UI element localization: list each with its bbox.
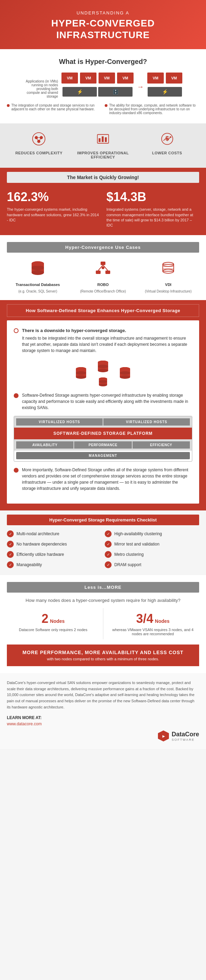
header-subtitle: UNDERSTANDING A xyxy=(7,10,199,16)
lower-costs-label: LOWER COSTS xyxy=(152,151,182,155)
logo-area: ▶ DataCore SOFTWARE xyxy=(157,730,199,742)
nodes-unit-1: Nodes xyxy=(50,618,65,624)
efficiency-icon xyxy=(96,132,110,148)
footer-url: www.datacore.com xyxy=(7,722,199,726)
sds-point1-desc: It needs to be integrated into the overa… xyxy=(22,336,187,353)
sds-point1-title: There is a downside to hyper-converged s… xyxy=(22,327,192,334)
benefits-row: REDUCES COMPLEXITY IMPROVES OPERATIONAL … xyxy=(7,132,199,159)
vm-box-6: VM xyxy=(166,73,182,84)
caption-text-1: The integration of compute and storage s… xyxy=(11,103,101,111)
svg-point-47 xyxy=(120,371,130,375)
checklist-item-0: ✓ Multi-nodal architecture xyxy=(7,530,101,537)
logo-name: DataCore xyxy=(172,731,199,738)
platform-feature-efficiency: EFFICIENCY xyxy=(133,441,190,449)
vm-box-5: VM xyxy=(147,73,164,84)
storage-center-icon xyxy=(95,359,111,374)
usecase-row: Transactional Databases (e.g. Oracle, SQ… xyxy=(7,259,199,293)
nodes-item-1: 2 Nodes Datacore Software only requires … xyxy=(7,608,100,640)
sds-banner: How Software-Defined Storage Enhances Hy… xyxy=(7,304,199,317)
market-stat-1-number: 162.3% xyxy=(7,190,100,204)
hw-block: ⚡ 🗄️ xyxy=(62,87,133,97)
sds-text-2: Software-Defined Storage augments hyper-… xyxy=(22,392,192,411)
svg-text:$: $ xyxy=(165,135,169,142)
market-stat-1: 162.3% The hyper-converged systems marke… xyxy=(7,190,100,228)
cta-sub: with two nodes compared to others with a… xyxy=(12,657,194,661)
less-section: Less is...MORE How many nodes does a hyp… xyxy=(0,575,206,673)
usecase-robo: ROBO (Remote Office/Branch Office) xyxy=(72,259,134,293)
platform-host-left: VIRTUALIZED HOSTS xyxy=(16,418,103,426)
cta-banner: MORE PERFORMANCE, MORE AVAILABILITY AND … xyxy=(7,644,199,666)
nodes-desc-2: whereas VMware VSAN requires 3 nodes, an… xyxy=(110,628,196,636)
platform-hosts-row: VIRTUALIZED HOSTS VIRTUALIZED HOSTS xyxy=(14,416,192,428)
storage-node-right xyxy=(117,365,133,380)
storage-node-left-icon xyxy=(73,365,89,380)
sds-text-1: There is a downside to hyper-converged s… xyxy=(22,327,192,354)
checklist-banner: Hyper-Converged Storage Requirements Che… xyxy=(7,515,199,525)
checklist-item-6: ✓ Manageability xyxy=(7,561,101,568)
check-icon-4: ✓ xyxy=(7,551,14,558)
nodes-desc-1: Datacore Software only requires 2 nodes xyxy=(10,628,96,632)
sds-point-3: More importantly, Software-Defined Stora… xyxy=(14,467,192,492)
svg-rect-18 xyxy=(101,262,105,265)
svg-rect-10 xyxy=(105,137,106,142)
svg-point-42 xyxy=(99,380,107,383)
vm-box-3: VM xyxy=(98,73,115,84)
check-icon-5: ✓ xyxy=(105,551,112,558)
checklist-item-7: ✓ DRAM support xyxy=(105,561,199,568)
usecase-vdi: VDI (Virtual Desktop Infrastructure) xyxy=(137,259,199,293)
checklist-item-2: ✓ No hardware dependencies xyxy=(7,541,101,547)
network-icon xyxy=(94,259,112,280)
checklist-label-1: High-availability clustering xyxy=(114,531,162,536)
checklist-label-5: Metro clustering xyxy=(114,552,144,557)
svg-point-31 xyxy=(76,375,86,379)
svg-rect-25 xyxy=(163,264,174,271)
reduces-complexity-label: REDUCES COMPLEXITY xyxy=(16,151,62,155)
storage-center xyxy=(95,359,111,387)
hw-compute: ⚡ xyxy=(62,87,97,97)
header-section: UNDERSTANDING A HYPER-CONVERGEDINFRASTRU… xyxy=(0,0,206,49)
sds-point-1: There is a downside to hyper-converged s… xyxy=(14,327,192,354)
checklist-grid: ✓ Multi-nodal architecture ✓ High-availa… xyxy=(7,530,199,568)
checklist-item-4: ✓ Efficiently utilize hardware xyxy=(7,551,101,558)
checklist-label-3: Mirror test and validation xyxy=(114,542,159,547)
costs-icon: $ xyxy=(160,132,174,148)
hw-block-right: ⚡ xyxy=(147,87,182,97)
sds-section: How Software-Defined Storage Enhances Hy… xyxy=(0,300,206,511)
sds-bullet-1 xyxy=(14,328,19,333)
platform-features-row: AVAILABILITY PERFORMANCE EFFICIENCY xyxy=(14,439,192,451)
check-icon-0: ✓ xyxy=(7,530,14,537)
check-icon-1: ✓ xyxy=(105,530,112,537)
svg-point-23 xyxy=(101,266,105,269)
footer-logo: ▶ DataCore SOFTWARE xyxy=(7,730,199,742)
hw-storage: 🗄️ xyxy=(98,87,133,97)
sds-bullet-3 xyxy=(14,468,19,473)
market-stat-2: $14.3B Integrated systems (server, stora… xyxy=(106,190,199,228)
market-stat-2-number: $14.3B xyxy=(106,190,199,204)
robo-sub: (Remote Office/Branch Office) xyxy=(80,290,126,293)
improves-efficiency-label: IMPROVES OPERATIONAL EFFICIENCY xyxy=(74,151,132,159)
vm-row-right: VM VM xyxy=(147,73,182,84)
check-icon-3: ✓ xyxy=(105,541,112,547)
svg-point-38 xyxy=(98,361,108,364)
hw-unit-right: ⚡ xyxy=(147,87,182,97)
caption-dot-1 xyxy=(7,104,10,107)
checklist-item-5: ✓ Metro clustering xyxy=(105,551,199,558)
vm-row: VM VM VM VM xyxy=(62,73,133,84)
check-icon-6: ✓ xyxy=(7,561,14,568)
svg-point-46 xyxy=(120,375,130,379)
side-label: Applications (in VMs) running on nodes p… xyxy=(24,73,58,98)
storage-node-left xyxy=(73,365,89,380)
platform-host-right: VIRTUALIZED HOSTS xyxy=(103,418,190,426)
sds-content: There is a downside to hyper-converged s… xyxy=(7,320,199,504)
header-title: HYPER-CONVERGEDINFRASTRUCTURE xyxy=(7,18,199,41)
complexity-icon xyxy=(32,132,46,148)
less-banner: Less is...MORE xyxy=(7,582,199,593)
vdi-icon xyxy=(160,259,177,280)
caption-text-2: The ability for storage, compute, and ne… xyxy=(109,103,199,115)
benefit-reduces-complexity: REDUCES COMPLEXITY xyxy=(7,132,71,159)
vm-box-4: VM xyxy=(117,73,133,84)
storage-diagram xyxy=(14,359,192,387)
sds-text-3: More importantly, Software-Defined Stora… xyxy=(22,467,192,492)
sds-bullet-2 xyxy=(14,393,19,398)
diagram-area: Applications (in VMs) running on nodes p… xyxy=(7,73,199,98)
